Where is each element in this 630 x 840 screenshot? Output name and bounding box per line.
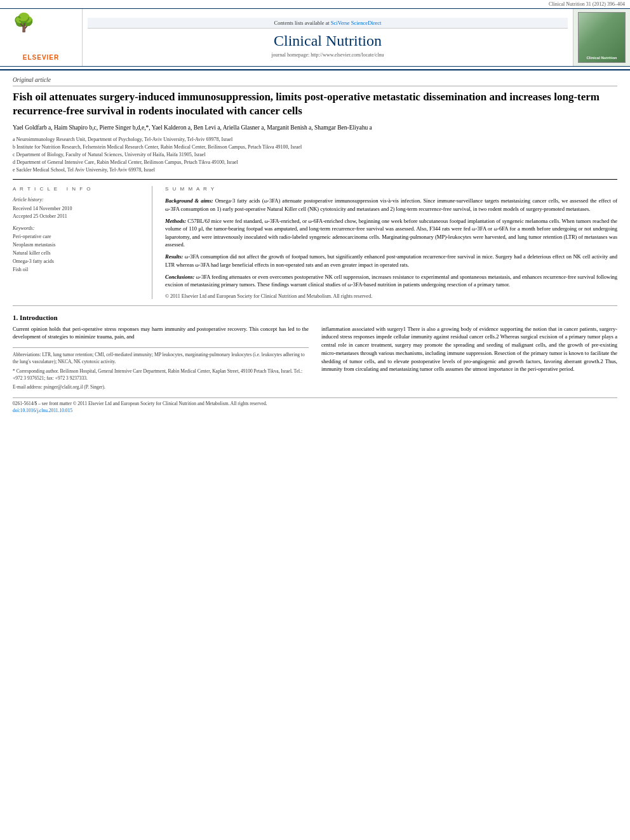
history-label: Article history: [13,197,144,203]
article-info-col: A R T I C L E I N F O Article history: R… [13,186,152,298]
received-date: Received 14 November 2010 Accepted 25 Oc… [13,205,144,220]
cover-title: Clinical Nutrition [587,56,617,60]
summary-label: S U M M A R Y [165,186,617,192]
article-body: Original article Fish oil attenuates sur… [0,70,630,421]
footnotes: Abbreviations: LTR, lung tumor retention… [13,347,309,390]
keyword-2: Neoplasm metastasis [13,241,144,250]
journal-cover: Clinical Nutrition [573,9,630,66]
background-text: Omega-3 fatty acids (ω-3FA) attenuate po… [165,197,617,211]
results-label: Results: [165,253,183,260]
intro-columns: Current opinion holds that peri-operativ… [13,325,617,393]
intro-title: 1. Introduction [13,314,617,321]
header-main: 🌳 ELSEVIER Contents lists available at S… [0,8,630,67]
tree-icon: 🌳 [13,14,70,32]
methods-para: Methods: C57BL/6J mice were fed standard… [165,217,617,248]
article-info-label: A R T I C L E I N F O [13,186,144,192]
contents-bar: Contents lists available at SciVerse Sci… [88,18,568,29]
journal-header: Clinical Nutrition 31 (2012) 396–404 🌳 E… [0,0,630,70]
conclusions-text: ω-3FA feeding attenuates or even overcom… [165,274,617,288]
article-title: Fish oil attenuates surgery-induced immu… [13,90,617,118]
affiliation-b: b Institute for Nutrition Research, Fels… [13,143,617,151]
conclusions-para: Conclusions: ω-3FA feeding attenuates or… [165,273,617,289]
email-line: E-mail address: psinger@clalit.org.il (P… [13,383,309,390]
citation: Clinical Nutrition 31 (2012) 396–404 [0,0,630,8]
received: Received 14 November 2010 [13,205,144,213]
journal-homepage: journal homepage: http://www.elsevier.co… [271,52,384,58]
abbreviations-label: Abbreviations: [13,352,41,357]
background-label: Background & aims: [165,197,213,204]
conclusions-label: Conclusions: [165,274,194,280]
methods-text: C57BL/6J mice were fed standard, ω-3FA-e… [165,218,617,248]
corresponding-label: * Corresponding author. [13,368,59,374]
elsevier-logo: 🌳 ELSEVIER [0,9,83,66]
affiliation-c: c Department of Biology, Faculty of Natu… [13,151,617,159]
elsevier-logo-image: 🌳 [13,14,70,52]
background-para: Background & aims: Omega-3 fatty acids (… [165,197,617,213]
accepted: Accepted 25 October 2011 [13,213,144,220]
email-text: E-mail address: psinger@clalit.org.il (P… [13,384,105,390]
doi-line: doi:10.1016/j.clnu.2011.10.015 [13,408,617,413]
journal-title: Clinical Nutrition [274,32,382,50]
abbreviations-text: LTR, lung tumor retention; CMI, cell-med… [13,352,305,364]
affiliations: a Neuroimmunology Research Unit, Departm… [13,136,617,174]
issn-line: 0261-5614/$ – see front matter © 2011 El… [13,401,617,406]
intro-right-text: inflammation associated with surgery1 Th… [321,325,617,374]
keyword-5: Fish oil [13,266,144,274]
methods-label: Methods: [165,218,186,224]
cover-thumbnail: Clinical Nutrition [578,12,626,63]
intro-left-text: Current opinion holds that peri-operativ… [13,325,309,342]
article-info-summary: A R T I C L E I N F O Article history: R… [13,179,617,305]
summary-col: S U M M A R Y Background & aims: Omega-3… [165,186,617,298]
introduction-section: 1. Introduction Current opinion holds th… [13,314,617,393]
results-text: ω-3FA consumption did not affect the gro… [165,253,617,267]
corresponding-author: * Corresponding author. Beilinson Hospit… [13,368,309,382]
elsevier-wordmark: ELSEVIER [23,54,59,61]
contents-text: Contents lists available at [274,20,330,26]
results-para: Results: ω-3FA consumption did not affec… [165,253,617,269]
intro-right-col: inflammation associated with surgery1 Th… [321,325,617,393]
affiliation-a: a Neuroimmunology Research Unit, Departm… [13,136,617,143]
authors-text: Yael Goldfarb a, Haim Shapiro b,c, Pierr… [13,124,372,131]
authors-line: Yael Goldfarb a, Haim Shapiro b,c, Pierr… [13,123,617,132]
copyright-line: © 2011 Elsevier Ltd and European Society… [165,293,617,299]
keyword-3: Natural killer cells [13,250,144,258]
page-footer: 0261-5614/$ – see front matter © 2011 El… [13,397,617,413]
affiliation-d: d Department of General Intensive Care, … [13,159,617,166]
intro-left-col: Current opinion holds that peri-operativ… [13,325,309,393]
keyword-4: Omega-3 fatty acids [13,258,144,266]
journal-title-center: Contents lists available at SciVerse Sci… [83,9,573,66]
keywords-label: Keywords: [13,225,144,231]
abbreviations: Abbreviations: LTR, lung tumor retention… [13,351,309,366]
article-type: Original article [13,77,617,86]
affiliation-e: e Sackler Medical School, Tel Aviv Unive… [13,166,617,174]
keyword-1: Peri-operative care [13,233,144,241]
sciverse-link[interactable]: SciVerse ScienceDirect [331,20,382,26]
